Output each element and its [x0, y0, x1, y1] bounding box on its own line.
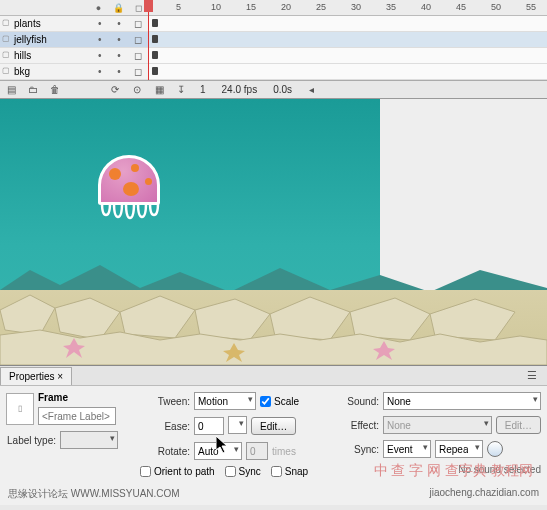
- ruler-tick: 45: [456, 2, 466, 12]
- effect-edit-button: Edit…: [496, 416, 541, 434]
- frame-ruler[interactable]: 15101520253035404550556065: [148, 0, 547, 16]
- onion-skin-icon[interactable]: ⟳: [108, 83, 122, 97]
- ruler-tick: 35: [386, 2, 396, 12]
- layer-outline-toggle[interactable]: ◻: [133, 50, 143, 61]
- synctype-label: Sync:: [329, 444, 379, 455]
- layer-track[interactable]: [148, 16, 547, 31]
- keyframe-icon[interactable]: [152, 19, 158, 27]
- layer-lock-toggle[interactable]: •: [114, 34, 124, 45]
- sound-select[interactable]: [383, 392, 541, 410]
- sync-checkbox[interactable]: Sync: [225, 466, 261, 477]
- eye-icon[interactable]: ●: [96, 3, 101, 13]
- ruler-tick: 55: [526, 2, 536, 12]
- rotate-times-input: [246, 442, 268, 460]
- layer-visibility-toggle[interactable]: •: [95, 34, 105, 45]
- layer-track[interactable]: [148, 48, 547, 63]
- layer-outline-toggle[interactable]: ◻: [133, 66, 143, 77]
- label-type-select: [60, 431, 118, 449]
- new-layer-icon[interactable]: ▤: [4, 83, 18, 97]
- layer-row[interactable]: plants••◻: [0, 16, 547, 32]
- snap-checkbox[interactable]: Snap: [271, 466, 308, 477]
- rotate-label: Rotate:: [140, 446, 190, 457]
- ruler-tick: 30: [351, 2, 361, 12]
- jellyfish-symbol[interactable]: [98, 155, 160, 205]
- sound-info-button[interactable]: [487, 441, 503, 457]
- timeline-header: ● 🔒 ◻ 15101520253035404550556065: [0, 0, 547, 16]
- keyframe-icon[interactable]: [152, 35, 158, 43]
- svg-marker-2: [120, 296, 195, 338]
- edit-multiple-icon[interactable]: ▦: [152, 83, 166, 97]
- new-folder-icon[interactable]: 🗀: [26, 83, 40, 97]
- svg-marker-4: [270, 297, 350, 340]
- ruler-tick: 5: [176, 2, 181, 12]
- layer-track[interactable]: [148, 64, 547, 79]
- layer-visibility-toggle[interactable]: •: [95, 50, 105, 61]
- layer-name[interactable]: hills: [0, 50, 90, 61]
- layer-lock-toggle[interactable]: •: [114, 66, 124, 77]
- times-label: times: [272, 446, 296, 457]
- frame-type-label: Frame: [38, 392, 116, 403]
- playhead-icon[interactable]: [144, 0, 153, 12]
- keyframe-icon[interactable]: [152, 67, 158, 75]
- ease-dir-select[interactable]: [228, 416, 247, 434]
- tween-select[interactable]: [194, 392, 256, 410]
- frame-label-input[interactable]: [38, 407, 116, 425]
- timeline-footer: ▤ 🗀 🗑 ⟳ ⊙ ▦ ↧ 1 24.0 fps 0.0s ◂: [0, 80, 547, 98]
- synctype-select[interactable]: [383, 440, 431, 458]
- rotate-select[interactable]: [194, 442, 242, 460]
- keyframe-icon[interactable]: [152, 51, 158, 59]
- layer-outline-toggle[interactable]: ◻: [133, 18, 143, 29]
- ruler-tick: 10: [211, 2, 221, 12]
- svg-marker-0: [0, 295, 55, 335]
- watermark-left: 思缘设计论坛 WWW.MISSYUAN.COM: [8, 487, 180, 501]
- properties-tab[interactable]: Properties ×: [0, 367, 72, 385]
- panel-menu-icon[interactable]: ☰: [523, 369, 541, 382]
- ruler-tick: 15: [246, 2, 256, 12]
- layer-visibility-toggle[interactable]: •: [95, 18, 105, 29]
- delete-layer-icon[interactable]: 🗑: [48, 83, 62, 97]
- marker-icon[interactable]: ↧: [174, 83, 188, 97]
- layer-track[interactable]: [148, 32, 547, 47]
- layer-row[interactable]: jellyfish••◻: [0, 32, 547, 48]
- stage-area: [0, 99, 547, 365]
- ease-edit-button[interactable]: Edit…: [251, 417, 296, 435]
- effect-select: [383, 416, 492, 434]
- layer-column-icons: ● 🔒 ◻: [90, 0, 148, 15]
- layer-row[interactable]: bkg••◻: [0, 64, 547, 80]
- onion-outline-icon[interactable]: ⊙: [130, 83, 144, 97]
- frame-type-icon: ▯: [6, 393, 34, 425]
- layer-lock-toggle[interactable]: •: [114, 50, 124, 61]
- ease-label: Ease:: [140, 421, 190, 432]
- watermark-cn: 中 查 字 网 查字典 教程网: [374, 462, 533, 480]
- rocks-art: [0, 290, 547, 365]
- lock-icon[interactable]: 🔒: [113, 3, 124, 13]
- timeline-panel: ● 🔒 ◻ 15101520253035404550556065 plants•…: [0, 0, 547, 99]
- label-type-label: Label type:: [6, 435, 56, 446]
- timeline-menu-icon[interactable]: ◂: [304, 83, 318, 97]
- repeat-select[interactable]: [435, 440, 483, 458]
- effect-label: Effect:: [329, 420, 379, 431]
- ease-input[interactable]: [194, 417, 224, 435]
- elapsed-time-value: 0.0s: [269, 84, 296, 95]
- scale-checkbox[interactable]: Scale: [260, 396, 299, 407]
- properties-panel: Properties × ☰ ▯ Frame Label type: Tween…: [0, 365, 547, 505]
- playhead-line: [148, 0, 149, 80]
- layer-visibility-toggle[interactable]: •: [95, 66, 105, 77]
- svg-marker-5: [350, 298, 430, 340]
- ruler-tick: 25: [316, 2, 326, 12]
- sound-label: Sound:: [329, 396, 379, 407]
- watermark-right: jiaocheng.chazidian.com: [429, 487, 539, 501]
- layer-name[interactable]: bkg: [0, 66, 90, 77]
- tween-label: Tween:: [140, 396, 190, 407]
- svg-marker-6: [430, 299, 515, 340]
- stage-canvas[interactable]: [0, 99, 380, 365]
- orient-checkbox[interactable]: Orient to path: [140, 466, 215, 477]
- layer-lock-toggle[interactable]: •: [114, 18, 124, 29]
- ruler-tick: 20: [281, 2, 291, 12]
- outline-icon[interactable]: ◻: [135, 3, 142, 13]
- fps-value: 24.0 fps: [218, 84, 262, 95]
- layer-name[interactable]: plants: [0, 18, 90, 29]
- layer-name[interactable]: jellyfish: [0, 34, 90, 45]
- layer-outline-toggle[interactable]: ◻: [133, 34, 143, 45]
- layer-row[interactable]: hills••◻: [0, 48, 547, 64]
